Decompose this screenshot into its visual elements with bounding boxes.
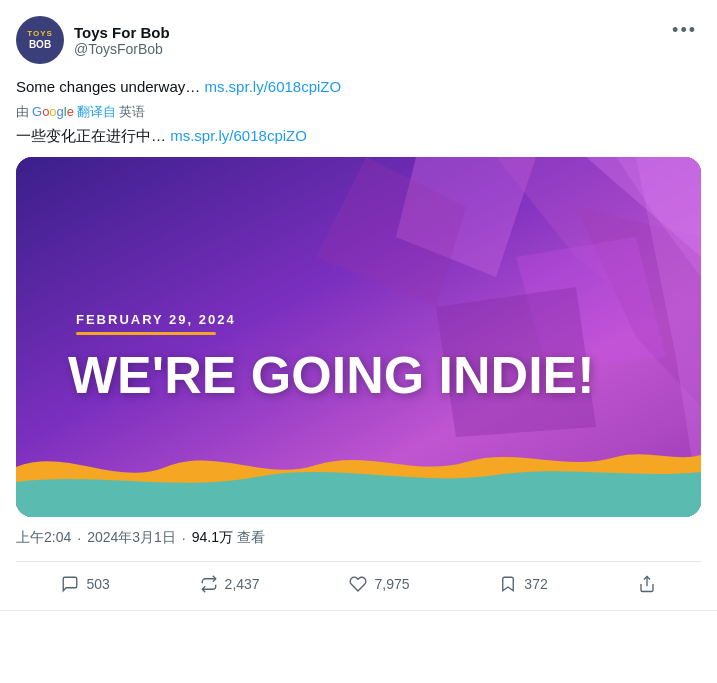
google-logo: Google [32, 104, 74, 119]
image-underline [76, 332, 216, 335]
bookmark-count: 372 [524, 576, 547, 592]
bookmark-action[interactable]: 372 [486, 566, 559, 602]
handle[interactable]: @ToysForBob [74, 41, 170, 57]
avatar-bob-text: BOB [29, 39, 51, 50]
translated-text-content: 一些变化正在进行中… [16, 127, 166, 144]
like-icon [348, 574, 368, 594]
translated-link[interactable]: ms.spr.ly/6018cpiZO [170, 127, 307, 144]
share-action[interactable] [625, 566, 669, 602]
image-background-svg [16, 157, 701, 517]
translated-text: 一些变化正在进行中… ms.spr.ly/6018cpiZO [16, 125, 701, 148]
tweet-meta: 上午2:04 · 2024年3月1日 · 94.1万 查看 [16, 529, 701, 547]
translation-lang: 英语 [119, 103, 145, 121]
tweet-english-text: Some changes underway… ms.spr.ly/6018cpi… [16, 76, 701, 99]
views-label: 查看 [237, 529, 265, 547]
tweet-image[interactable]: FEBRUARY 29, 2024 WE'RE GOING INDIE! [16, 157, 701, 517]
indie-headline-text: WE'RE GOING INDIE! [68, 346, 595, 404]
tweet-card: TOYS BOB Toys For Bob @ToysForBob ••• So… [0, 0, 717, 611]
tweet-time: 上午2:04 [16, 529, 71, 547]
avatar[interactable]: TOYS BOB [16, 16, 64, 64]
image-date: FEBRUARY 29, 2024 [76, 312, 236, 327]
account-info: Toys For Bob @ToysForBob [74, 24, 170, 57]
tweet-body: Some changes underway… ms.spr.ly/6018cpi… [16, 76, 701, 517]
image-headline: WE'RE GOING INDIE! [68, 347, 595, 404]
like-count: 7,975 [374, 576, 409, 592]
translation-bar: 由 Google 翻译自 英语 [16, 103, 701, 121]
reply-count: 503 [86, 576, 109, 592]
retweet-action[interactable]: 2,437 [187, 566, 272, 602]
view-count: 94.1万 [192, 529, 233, 547]
reply-action[interactable]: 503 [48, 566, 121, 602]
tweet-header: TOYS BOB Toys For Bob @ToysForBob ••• [16, 16, 701, 64]
retweet-icon [199, 574, 219, 594]
meta-dot-2: · [182, 530, 186, 546]
translation-label[interactable]: 翻译自 [77, 103, 116, 121]
share-icon [637, 574, 657, 594]
tweet-text-content: Some changes underway… [16, 78, 200, 95]
bookmark-icon [498, 574, 518, 594]
reply-icon [60, 574, 80, 594]
tweet-link[interactable]: ms.spr.ly/6018cpiZO [204, 78, 341, 95]
more-options-icon[interactable]: ••• [668, 16, 701, 45]
display-name[interactable]: Toys For Bob [74, 24, 170, 41]
avatar-toys-text: TOYS [27, 30, 53, 39]
translation-prefix: 由 [16, 103, 29, 121]
tweet-actions: 503 2,437 7,975 [16, 561, 701, 610]
display-name-text: Toys For Bob [74, 24, 170, 41]
like-action[interactable]: 7,975 [336, 566, 421, 602]
avatar-inner: TOYS BOB [16, 16, 64, 64]
tweet-header-left: TOYS BOB Toys For Bob @ToysForBob [16, 16, 170, 64]
meta-dot-1: · [77, 530, 81, 546]
retweet-count: 2,437 [225, 576, 260, 592]
tweet-date: 2024年3月1日 [87, 529, 176, 547]
